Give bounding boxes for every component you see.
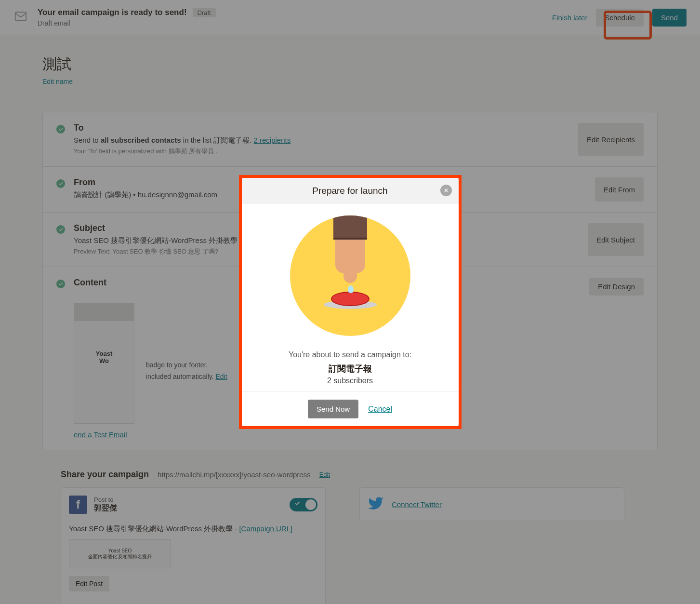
send-now-button[interactable]: Send Now [308,400,358,418]
modal-overlay: Prepare for launch You're about to send … [0,0,700,604]
prepare-launch-modal: Prepare for launch You're about to send … [242,178,459,426]
close-icon[interactable] [440,185,452,196]
lg-sleeve [333,215,367,240]
modal-header: Prepare for launch [242,178,459,204]
launch-graphic [290,215,410,336]
lg-button [331,292,370,306]
cancel-link[interactable]: Cancel [368,405,392,414]
modal-body: You're about to send a campaign to: 訂閱電子… [242,204,459,392]
modal-subscribers: 2 subscribers [253,376,447,385]
modal-title: Prepare for launch [312,186,387,196]
modal-footer: Send Now Cancel [242,392,459,426]
modal-list-name: 訂閱電子報 [253,363,447,375]
lg-drop [348,285,354,293]
modal-text1: You're about to send a campaign to: [253,350,447,359]
lg-finger-tip [343,261,357,283]
modal-highlight: Prepare for launch You're about to send … [239,175,462,429]
